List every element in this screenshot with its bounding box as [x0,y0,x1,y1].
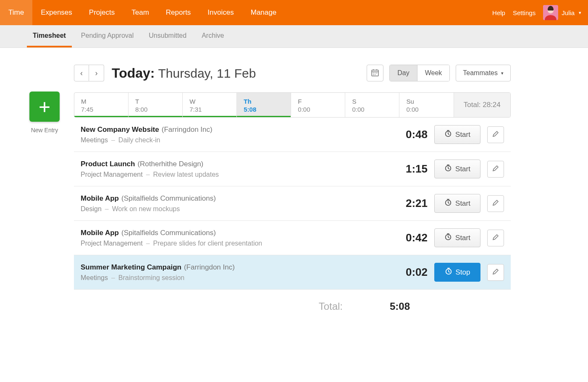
time-entry: Mobile App (Spitalfields Communications)… [74,186,511,221]
chevron-down-icon: ▾ [501,71,504,76]
svg-line-13 [448,134,449,135]
week-total: Total: 28:24 [454,93,511,117]
subnav-pending-approval[interactable]: Pending Approval [75,25,139,47]
clock-icon [444,130,452,139]
entry-notes: Daily check-in [118,136,160,144]
timer-button-label: Start [455,199,470,208]
timer-button-label: Start [455,234,470,242]
teammates-button[interactable]: Teammates ▾ [456,65,511,81]
new-entry-button[interactable]: + [29,92,60,122]
view-week-button[interactable]: Week [417,65,450,81]
edit-entry-button[interactable] [487,161,504,178]
next-day-button[interactable]: › [89,65,104,81]
chevron-right-icon: › [95,69,98,78]
svg-point-10 [375,74,375,75]
start-timer-button[interactable]: Start [434,228,480,247]
view-day-button[interactable]: Day [390,65,417,81]
day-abbr: Th [244,98,284,105]
clock-icon [444,233,452,243]
subnav-archive[interactable]: Archive [196,25,230,47]
task-name: Design [81,205,102,213]
entry-info: Product Launch (Rotherhithe Design)Proje… [81,160,387,178]
project-name: Product Launch [81,160,135,168]
calendar-button[interactable] [367,65,383,81]
footer-total-label: Total: [319,301,343,312]
sub-nav: TimesheetPending ApprovalUnsubmittedArch… [0,25,588,48]
entries-list: New Company Website (Farringdon Inc)Meet… [74,118,511,290]
svg-line-21 [448,203,449,204]
view-toggle: Day Week [389,65,450,81]
nav-reports[interactable]: Reports [158,0,200,25]
client-name: (Spitalfields Communications) [121,194,216,203]
calendar-icon [371,69,379,78]
nav-team[interactable]: Team [123,0,158,25]
client-name: (Farringdon Inc) [184,263,235,272]
entry-notes: Brainstorming session [118,274,184,282]
entry-duration: 2:21 [394,197,428,210]
day-cell-su[interactable]: Su0:00 [399,93,454,117]
task-name: Meetings [81,136,108,144]
user-menu[interactable]: Julia ▾ [543,5,581,20]
nav-manage[interactable]: Manage [242,0,285,25]
day-time: 7:31 [189,106,230,113]
dash: – [111,274,115,282]
time-entry: Product Launch (Rotherhithe Design)Proje… [74,152,511,186]
timer-button-label: Start [455,165,470,173]
entry-info: Mobile App (Spitalfields Communications)… [81,194,387,213]
task-name: Project Management [81,171,143,178]
day-cell-t[interactable]: T8:00 [129,93,183,117]
entry-duration: 0:42 [394,231,428,244]
project-name: Summer Marketing Campaign [81,263,181,272]
nav-invoices[interactable]: Invoices [199,0,242,25]
sidebar-new-entry: + New Entry [25,65,64,317]
nav-expenses[interactable]: Expenses [32,0,81,25]
edit-entry-button[interactable] [487,195,504,212]
task-name: Project Management [81,240,143,247]
entry-info: Mobile App (Spitalfields Communications)… [81,229,387,247]
stop-timer-button[interactable]: Stop [434,263,480,282]
subnav-timesheet[interactable]: Timesheet [27,25,72,47]
today-label: Today: [112,65,155,81]
edit-entry-button[interactable] [487,230,504,246]
day-cell-w[interactable]: W7:31 [183,93,237,117]
content: ‹ › Today: Thursday, 11 Feb Day Week T [74,65,511,317]
start-timer-button[interactable]: Start [434,194,480,213]
client-name: (Spitalfields Communications) [121,229,216,237]
day-abbr: F [298,98,338,105]
day-cell-m[interactable]: M7:45 [74,93,129,117]
subnav-unsubmitted[interactable]: Unsubmitted [143,25,192,47]
project-name: Mobile App [81,194,119,203]
user-name: Julia [562,9,575,16]
task-name: Meetings [81,274,108,282]
day-cell-th[interactable]: Th5:08 [237,93,291,117]
dash: – [146,240,150,247]
settings-link[interactable]: Settings [513,9,536,16]
pencil-icon [492,268,499,276]
day-abbr: S [352,98,392,105]
day-time: 5:08 [244,106,284,113]
nav-time[interactable]: Time [0,0,32,25]
day-abbr: Su [406,98,446,105]
start-timer-button[interactable]: Start [434,125,480,144]
day-cell-s[interactable]: S0:00 [345,93,399,117]
timer-button-label: Stop [456,268,470,277]
new-entry-label: New Entry [31,127,58,133]
entry-info: Summer Marketing Campaign (Farringdon In… [81,263,387,282]
entry-notes: Prepare slides for client presentation [153,240,262,247]
pencil-icon [492,199,499,207]
start-timer-button[interactable]: Start [434,160,480,178]
chevron-left-icon: ‹ [80,69,83,78]
svg-point-8 [376,73,377,73]
day-time: 0:00 [406,106,446,113]
prev-day-button[interactable]: ‹ [74,65,89,81]
edit-entry-button[interactable] [487,264,504,281]
entry-duration: 0:02 [394,266,428,279]
help-link[interactable]: Help [492,9,505,16]
entry-notes: Review latest updates [153,171,219,178]
svg-point-7 [375,73,375,73]
edit-entry-button[interactable] [487,126,504,143]
day-cell-f[interactable]: F0:00 [291,93,345,117]
nav-projects[interactable]: Projects [81,0,123,25]
project-name: Mobile App [81,229,119,237]
date-nav: ‹ › [74,65,104,81]
